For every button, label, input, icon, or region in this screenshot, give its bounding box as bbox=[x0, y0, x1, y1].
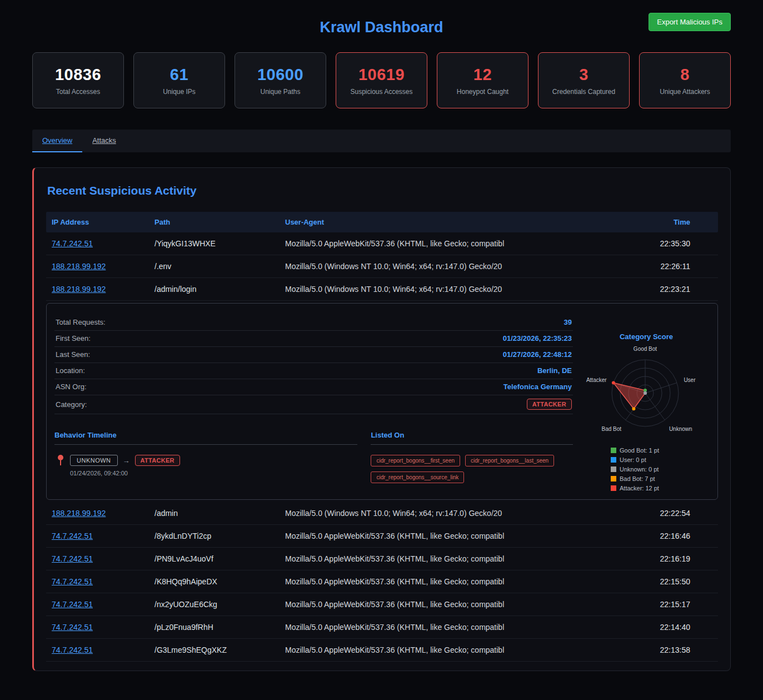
timeline-timestamp: 01/24/2026, 09:42:00 bbox=[70, 470, 180, 476]
tab-attacks[interactable]: Attacks bbox=[82, 130, 126, 152]
detail-field-row: Location: Berlin, DE bbox=[54, 363, 573, 379]
legend-item: Unknown: 0 pt bbox=[611, 466, 659, 473]
table-row[interactable]: 74.7.242.51 /pLz0Fnua9fRhH Mozilla/5.0 A… bbox=[46, 616, 718, 639]
category-attacker-badge: ATTACKER bbox=[527, 399, 572, 410]
table-row[interactable]: 74.7.242.51 /PN9LvAcJ4uoVf Mozilla/5.0 A… bbox=[46, 548, 718, 570]
user-agent-cell: Mozilla/5.0 AppleWebKit/537.36 (KHTML, l… bbox=[280, 525, 632, 547]
time-cell: 22:16:46 bbox=[632, 525, 718, 547]
ip-detail-fields-section: Total Requests: 39 First Seen: 01/23/202… bbox=[54, 311, 573, 492]
column-header-user-agent: User-Agent bbox=[280, 212, 632, 232]
stat-value: 10600 bbox=[257, 66, 303, 84]
time-cell: 22:22:54 bbox=[632, 502, 718, 524]
table-row[interactable]: 188.218.99.192 /.env Mozilla/5.0 (Window… bbox=[46, 255, 718, 278]
export-malicious-ips-button[interactable]: Export Malicious IPs bbox=[649, 13, 731, 31]
detail-field-value: 01/27/2026, 22:48:12 bbox=[503, 350, 572, 359]
ip-link[interactable]: 74.7.242.51 bbox=[46, 639, 149, 661]
ip-link[interactable]: 188.218.99.192 bbox=[46, 278, 149, 300]
ip-link[interactable]: 74.7.242.51 bbox=[46, 548, 149, 570]
detail-field-row: Last Seen: 01/27/2026, 22:48:12 bbox=[54, 347, 573, 363]
ip-link[interactable]: 188.218.99.192 bbox=[46, 255, 149, 277]
user-agent-cell: Mozilla/5.0 AppleWebKit/537.36 (KHTML, l… bbox=[280, 570, 632, 593]
stat-value: 3 bbox=[579, 66, 589, 84]
stat-card-suspicious-accesses: 10619 Suspicious Accesses bbox=[336, 52, 427, 108]
legend-swatch-icon bbox=[611, 448, 616, 453]
table-row[interactable]: 74.7.242.51 /8ykdLnDYTi2cp Mozilla/5.0 A… bbox=[46, 525, 718, 548]
ip-link[interactable]: 74.7.242.51 bbox=[46, 232, 149, 255]
stat-label: Honeypot Caught bbox=[457, 88, 508, 96]
table-row[interactable]: 74.7.242.51 /nx2yUOZuE6Ckg Mozilla/5.0 A… bbox=[46, 593, 718, 616]
path-cell: /admin bbox=[149, 502, 280, 524]
stat-card-credentials-captured: 3 Credentials Captured bbox=[538, 52, 630, 108]
timeline-entry: UNKNOWN → ATTACKER 01/24/2026, 09:42:00 bbox=[54, 455, 357, 476]
time-cell: 22:13:58 bbox=[632, 639, 718, 661]
svg-text:Good Bot: Good Bot bbox=[634, 346, 657, 352]
listed-on-badge[interactable]: cidr_report_bogons__source_link bbox=[371, 471, 464, 483]
legend-label: User: 0 pt bbox=[620, 456, 646, 463]
legend-swatch-icon bbox=[611, 466, 616, 472]
arrow-right-icon: → bbox=[123, 456, 130, 465]
user-agent-cell: Mozilla/5.0 AppleWebKit/537.36 (KHTML, l… bbox=[280, 548, 632, 570]
time-cell: 22:15:17 bbox=[632, 593, 718, 615]
table-row[interactable]: 188.218.99.192 /admin/login Mozilla/5.0 … bbox=[46, 278, 718, 301]
krawl-dashboard-page: Krawl Dashboard Export Malicious IPs 108… bbox=[0, 0, 763, 679]
stat-label: Credentials Captured bbox=[552, 88, 615, 96]
path-cell: /YiqykGI13WHXE bbox=[149, 232, 280, 255]
detail-field-row: ASN Org: Telefonica Germany bbox=[54, 379, 573, 395]
svg-text:Bad Bot: Bad Bot bbox=[602, 426, 622, 432]
user-agent-cell: Mozilla/5.0 AppleWebKit/537.36 (KHTML, l… bbox=[280, 639, 632, 661]
table-row[interactable]: 74.7.242.51 /YiqykGI13WHXE Mozilla/5.0 A… bbox=[46, 232, 718, 255]
stat-label: Unique IPs bbox=[163, 88, 196, 96]
stat-card-total-accesses: 10836 Total Accesses bbox=[32, 52, 124, 108]
stat-card-unique-paths: 10600 Unique Paths bbox=[235, 52, 326, 108]
ip-link[interactable]: 74.7.242.51 bbox=[46, 570, 149, 593]
category-score-radar-chart: Good BotUserUnknownBad BotAttacker bbox=[571, 342, 721, 439]
stat-card-honeypot-caught: 12 Honeypot Caught bbox=[437, 52, 528, 108]
path-cell: /.env bbox=[149, 255, 280, 277]
detail-field-label: Category: bbox=[56, 400, 87, 409]
listed-on-badge[interactable]: cidr_report_bogons__first_seen bbox=[371, 455, 460, 466]
page-title: Krawl Dashboard bbox=[320, 19, 443, 36]
path-cell: /K8HQq9hAipeDX bbox=[149, 570, 280, 593]
time-cell: 22:14:40 bbox=[632, 616, 718, 638]
ip-link[interactable]: 74.7.242.51 bbox=[46, 525, 149, 547]
user-agent-cell: Mozilla/5.0 AppleWebKit/537.36 (KHTML, l… bbox=[280, 232, 632, 255]
panel-title: Recent Suspicious Activity bbox=[46, 184, 718, 197]
listed-on-badge[interactable]: cidr_report_bogons__last_seen bbox=[465, 455, 554, 466]
timeline-from-badge: UNKNOWN bbox=[70, 455, 118, 466]
stat-value: 8 bbox=[680, 66, 690, 84]
table-rows-before-detail: 74.7.242.51 /YiqykGI13WHXE Mozilla/5.0 A… bbox=[46, 232, 718, 301]
table-row[interactable]: 74.7.242.51 /G3Lme9ShEQgXKZ Mozilla/5.0 … bbox=[46, 639, 718, 662]
listed-on-section: Listed On cidr_report_bogons__first_seen… bbox=[371, 431, 573, 483]
user-agent-cell: Mozilla/5.0 (Windows NT 10.0; Win64; x64… bbox=[280, 255, 632, 277]
svg-text:Unknown: Unknown bbox=[669, 426, 692, 432]
detail-field-row: Total Requests: 39 bbox=[54, 315, 573, 331]
time-cell: 22:23:21 bbox=[632, 278, 718, 300]
path-cell: /pLz0Fnua9fRhH bbox=[149, 616, 280, 638]
time-cell: 22:15:50 bbox=[632, 570, 718, 593]
tab-overview[interactable]: Overview bbox=[32, 130, 82, 152]
user-agent-cell: Mozilla/5.0 AppleWebKit/537.36 (KHTML, l… bbox=[280, 593, 632, 615]
stat-label: Unique Attackers bbox=[660, 88, 710, 96]
detail-field-label: ASN Org: bbox=[56, 383, 87, 391]
table-row[interactable]: 188.218.99.192 /admin Mozilla/5.0 (Windo… bbox=[46, 502, 718, 525]
category-score-title: Category Score bbox=[620, 332, 673, 341]
section-divider bbox=[371, 444, 573, 445]
time-cell: 22:26:11 bbox=[632, 255, 718, 277]
time-cell: 22:16:19 bbox=[632, 548, 718, 570]
ip-link[interactable]: 188.218.99.192 bbox=[46, 502, 149, 524]
detail-field-label: Location: bbox=[56, 366, 85, 375]
table-row[interactable]: 74.7.242.51 /K8HQq9hAipeDX Mozilla/5.0 A… bbox=[46, 570, 718, 593]
ip-link[interactable]: 74.7.242.51 bbox=[46, 593, 149, 615]
ip-link[interactable]: 74.7.242.51 bbox=[46, 616, 149, 638]
timeline-to-badge: ATTACKER bbox=[135, 455, 180, 466]
legend-item: Good Bot: 1 pt bbox=[611, 447, 659, 454]
behavior-timeline-section: Behavior Timeline UNKNOWN → ATTACKER bbox=[54, 431, 357, 483]
legend-label: Unknown: 0 pt bbox=[620, 466, 659, 473]
listed-on-title: Listed On bbox=[371, 431, 573, 439]
path-cell: /admin/login bbox=[149, 278, 280, 300]
legend-item: Attacker: 12 pt bbox=[611, 485, 659, 492]
user-agent-cell: Mozilla/5.0 AppleWebKit/537.36 (KHTML, l… bbox=[280, 616, 632, 638]
path-cell: /8ykdLnDYTi2cp bbox=[149, 525, 280, 547]
user-agent-cell: Mozilla/5.0 (Windows NT 10.0; Win64; x64… bbox=[280, 502, 632, 524]
behavior-timeline-title: Behavior Timeline bbox=[54, 431, 357, 439]
